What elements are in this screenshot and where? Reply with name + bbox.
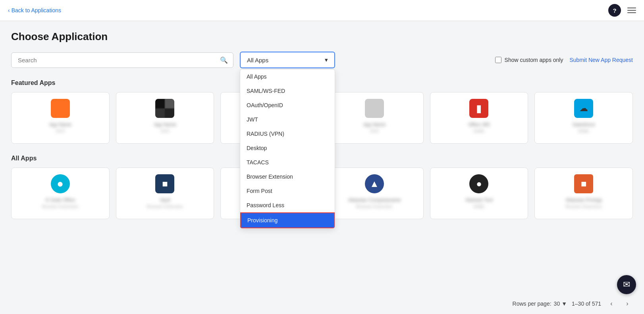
rows-per-page-dropdown[interactable]: 30 ▼ <box>554 301 567 307</box>
featured-app-type-5: SAML <box>473 129 485 133</box>
pagination-prev-btn[interactable]: ‹ <box>606 298 617 309</box>
featured-app-name-5: Office 365 <box>468 122 490 127</box>
featured-app-name-6: Salesforce <box>573 122 595 127</box>
featured-app-name-2: App Name <box>154 122 176 127</box>
featured-app-card-4[interactable]: App Name SSO <box>325 92 424 144</box>
help-icon-btn[interactable]: ? <box>608 4 621 17</box>
dropdown-option-form-post[interactable]: Form Post <box>240 184 335 198</box>
dropdown-option-jwt[interactable]: JWT <box>240 112 335 127</box>
dropdown-option-oauth[interactable]: OAuth/OpenID <box>240 98 335 112</box>
all-app-icon-5: ● <box>469 174 488 193</box>
pagination-range: 1–30 of 571 <box>572 301 601 307</box>
all-app-name-4: Atlassian Companyname <box>348 197 401 203</box>
featured-app-card-6[interactable]: ☁ Salesforce SAML <box>534 92 633 144</box>
all-app-card-2[interactable]: ■ Vault Browser Extension <box>116 168 214 219</box>
featured-app-card-1[interactable]: App Name SSO <box>11 92 110 144</box>
page-title: Choose Application <box>11 31 633 43</box>
dropdown-option-all-apps[interactable]: All Apps <box>240 69 335 84</box>
app-type-dropdown-menu: All Apps SAML/WS-FED OAuth/OpenID JWT RA… <box>240 69 335 229</box>
featured-app-type-4: SSO <box>370 129 379 133</box>
all-app-name-2: Vault <box>160 197 170 203</box>
dropdown-option-password-less[interactable]: Password Less <box>240 198 335 212</box>
featured-app-icon-2 <box>155 99 174 118</box>
featured-app-icon-5: ▮ <box>469 99 488 118</box>
search-input[interactable] <box>11 52 233 68</box>
help-icon: ? <box>613 7 616 14</box>
featured-app-card-5[interactable]: ▮ Office 365 SAML <box>430 92 528 144</box>
dropdown-option-tacacs[interactable]: TACACS <box>240 155 335 170</box>
app-type-dropdown-wrapper: All Apps ▾ All Apps SAML/WS-FED OAuth/Op… <box>240 52 335 68</box>
search-icon: 🔍 <box>220 56 228 64</box>
rows-per-page-value: 30 <box>554 301 560 307</box>
all-app-type-5: SAML <box>473 204 485 209</box>
all-app-type-1: Browser Extension <box>42 204 79 209</box>
hamburger-menu-icon[interactable] <box>627 8 636 13</box>
featured-app-type-1: SSO <box>56 129 65 133</box>
pagination-bar: Rows per page: 30 ▼ 1–30 of 571 ‹ › <box>0 293 644 314</box>
all-app-icon-6: ■ <box>574 174 593 193</box>
featured-app-icon-4 <box>365 99 384 118</box>
back-chevron-icon: ‹ <box>8 7 10 13</box>
app-type-dropdown-btn[interactable]: All Apps ▾ <box>240 52 335 68</box>
rows-per-page-label: Rows per page: <box>513 301 551 307</box>
all-app-card-6[interactable]: ■ Atlassian ProApp Browser Extension <box>534 168 633 219</box>
all-app-icon-4: ▲ <box>365 174 384 193</box>
show-custom-apps-label[interactable]: Show custom apps only <box>495 57 563 63</box>
all-app-name-5: Abstract Tool <box>465 197 493 203</box>
pagination-next-btn[interactable]: › <box>622 298 633 309</box>
dropdown-option-desktop[interactable]: Desktop <box>240 141 335 155</box>
back-link[interactable]: ‹ Back to Applications <box>8 7 61 13</box>
all-app-card-4[interactable]: ▲ Atlassian Companyname Browser Extensio… <box>325 168 424 219</box>
search-wrapper: 🔍 <box>11 52 233 68</box>
prev-icon: ‹ <box>610 300 612 307</box>
controls-row: 🔍 All Apps ▾ All Apps SAML/WS-FED OAuth/… <box>11 52 633 68</box>
featured-app-name-1: App Name <box>49 122 71 127</box>
back-link-label: Back to Applications <box>12 7 61 13</box>
all-app-name-1: G Suite Office <box>46 197 75 203</box>
main-content: Choose Application 🔍 All Apps ▾ All Apps… <box>0 21 644 240</box>
chat-icon: ✉ <box>623 279 630 290</box>
all-app-card-5[interactable]: ● Abstract Tool SAML <box>430 168 528 219</box>
all-app-icon-2: ■ <box>155 174 174 193</box>
featured-app-type-2: SSO <box>160 129 170 133</box>
rows-per-page-wrapper: Rows per page: 30 ▼ <box>513 301 567 307</box>
all-app-type-4: Browser Extension <box>356 204 393 209</box>
submit-new-app-link[interactable]: Submit New App Request <box>569 57 633 63</box>
dropdown-option-radius[interactable]: RADIUS (VPN) <box>240 127 335 141</box>
featured-app-type-6: SAML <box>578 129 590 133</box>
chevron-down-icon: ▾ <box>325 56 328 64</box>
all-app-type-6: Browser Extension <box>565 204 602 209</box>
dropdown-option-saml[interactable]: SAML/WS-FED <box>240 84 335 98</box>
rows-chevron-icon: ▼ <box>561 301 567 307</box>
chat-button[interactable]: ✉ <box>617 275 636 294</box>
dropdown-current-value: All Apps <box>247 57 268 64</box>
featured-app-card-2[interactable]: App Name SSO <box>116 92 214 144</box>
featured-app-icon-1 <box>51 99 70 118</box>
dropdown-option-provisioning[interactable]: Provisioning <box>240 212 335 228</box>
featured-app-icon-6: ☁ <box>574 99 593 118</box>
top-bar: ‹ Back to Applications ? <box>0 0 644 21</box>
featured-app-name-4: App Name <box>363 122 386 127</box>
all-app-type-2: Browser Extension <box>147 204 183 209</box>
show-custom-apps-checkbox[interactable] <box>495 57 501 63</box>
next-icon: › <box>626 300 628 307</box>
show-custom-apps-text: Show custom apps only <box>505 57 563 63</box>
all-app-card-1[interactable]: ● G Suite Office Browser Extension <box>11 168 110 219</box>
dropdown-option-browser-extension[interactable]: Browser Extension <box>240 170 335 184</box>
all-app-name-6: Atlassian ProApp <box>565 197 602 203</box>
all-app-icon-1: ● <box>51 174 70 193</box>
